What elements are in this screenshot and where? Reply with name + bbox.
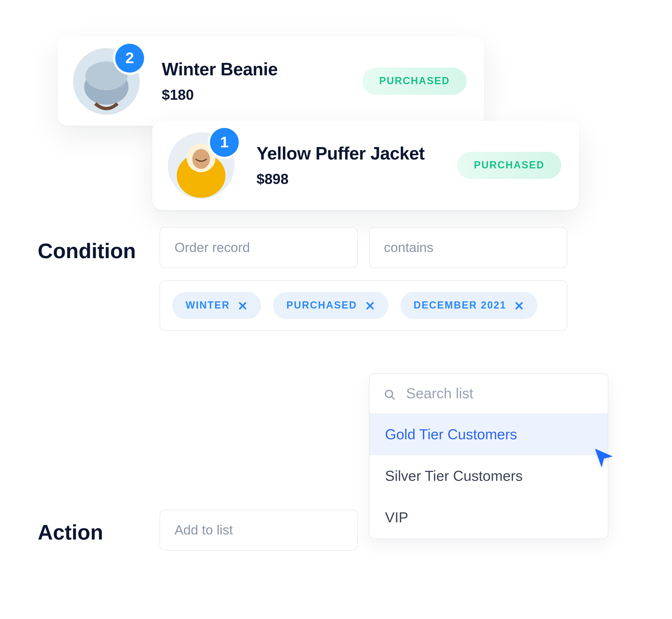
tag-label: DECEMBER 2021 xyxy=(414,300,507,311)
condition-field-select[interactable]: Order record xyxy=(159,227,358,268)
product-avatar-wrap: 1 xyxy=(168,132,234,199)
product-price: $898 xyxy=(257,170,457,188)
product-title: Winter Beanie xyxy=(162,59,362,79)
product-title: Yellow Puffer Jacket xyxy=(257,143,457,164)
product-card: 2 Winter Beanie $180 PURCHASED xyxy=(58,37,484,126)
filter-tag-purchased[interactable]: PURCHASED xyxy=(273,292,388,319)
search-placeholder: Search list xyxy=(406,385,473,402)
product-price: $180 xyxy=(162,86,362,103)
close-icon[interactable] xyxy=(365,300,375,311)
product-meta: Winter Beanie $180 xyxy=(162,59,362,103)
status-badge: PURCHASED xyxy=(362,68,466,95)
close-icon[interactable] xyxy=(514,300,524,311)
condition-tags-container[interactable]: WINTER PURCHASED DECEMBER 2021 xyxy=(159,280,567,331)
condition-operator-select[interactable]: contains xyxy=(369,227,567,268)
select-value: Add to list xyxy=(175,522,233,538)
dropdown-item-silver-tier[interactable]: Silver Tier Customers xyxy=(369,455,608,497)
filter-tag-winter[interactable]: WINTER xyxy=(172,292,261,319)
action-select[interactable]: Add to list xyxy=(159,509,358,551)
tag-label: WINTER xyxy=(186,300,230,311)
product-card: 1 Yellow Puffer Jacket $898 PURCHASED xyxy=(152,121,579,210)
product-meta: Yellow Puffer Jacket $898 xyxy=(257,143,457,188)
search-icon xyxy=(384,388,396,400)
product-count-badge: 2 xyxy=(115,44,144,72)
dropdown-item-vip[interactable]: VIP xyxy=(369,497,608,538)
svg-point-13 xyxy=(386,390,393,398)
dropdown-search-row[interactable]: Search list xyxy=(369,374,608,414)
select-value: Order record xyxy=(175,240,250,255)
list-dropdown[interactable]: Search list Gold Tier Customers Silver T… xyxy=(369,373,608,539)
svg-point-6 xyxy=(192,149,210,169)
cursor-pointer-icon xyxy=(593,446,615,469)
dropdown-item-gold-tier[interactable]: Gold Tier Customers xyxy=(369,414,608,455)
tag-label: PURCHASED xyxy=(286,300,357,311)
status-badge: PURCHASED xyxy=(457,152,561,179)
condition-label: Condition xyxy=(38,239,136,263)
select-value: contains xyxy=(384,240,433,255)
action-label: Action xyxy=(38,521,103,545)
svg-line-14 xyxy=(392,396,394,399)
product-count-badge: 1 xyxy=(210,128,239,156)
product-avatar-wrap: 2 xyxy=(73,48,140,114)
filter-tag-december-2021[interactable]: DECEMBER 2021 xyxy=(400,292,537,319)
close-icon[interactable] xyxy=(238,300,248,311)
